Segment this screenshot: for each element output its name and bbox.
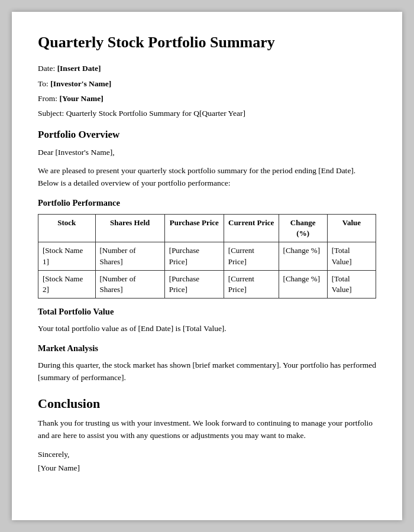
- market-analysis-body: During this quarter, the stock market ha…: [38, 359, 376, 384]
- table-row: [Stock Name 2][Number of Shares][Purchas…: [38, 270, 376, 298]
- col-value: Value: [327, 214, 376, 242]
- table-cell-1-3: [Current Price]: [224, 270, 279, 298]
- to-field: To: [Investor's Name]: [38, 77, 376, 90]
- sincerely-text: Sincerely,: [38, 448, 376, 462]
- total-portfolio-heading: Total Portfolio Value: [38, 307, 376, 317]
- market-analysis-heading: Market Analysis: [38, 343, 376, 353]
- table-cell-1-2: [Purchase Price]: [164, 270, 224, 298]
- portfolio-overview-heading: Portfolio Overview: [38, 129, 376, 141]
- greeting-text: Dear [Investor's Name],: [38, 147, 376, 159]
- main-title: Quarterly Stock Portfolio Summary: [38, 33, 376, 51]
- overview-body-text: We are pleased to present your quarterly…: [38, 165, 376, 190]
- document-page: Quarterly Stock Portfolio Summary Date: …: [12, 12, 402, 520]
- total-portfolio-body: Your total portfolio value as of [End Da…: [38, 323, 376, 335]
- col-current-price: Current Price: [224, 214, 279, 242]
- table-cell-0-3: [Current Price]: [224, 242, 279, 270]
- from-field: From: [Your Name]: [38, 92, 376, 105]
- col-stock: Stock: [38, 214, 96, 242]
- from-label: From:: [38, 94, 57, 103]
- table-cell-0-0: [Stock Name 1]: [38, 242, 96, 270]
- date-field: Date: [Insert Date]: [38, 62, 376, 75]
- date-label: Date:: [38, 64, 55, 73]
- table-cell-0-2: [Purchase Price]: [164, 242, 224, 270]
- to-label: To:: [38, 79, 48, 88]
- col-change: Change (%): [279, 214, 327, 242]
- table-cell-0-1: [Number of Shares]: [95, 242, 164, 270]
- conclusion-heading: Conclusion: [38, 396, 376, 411]
- table-cell-0-5: [Total Value]: [327, 242, 376, 270]
- table-row: [Stock Name 1][Number of Shares][Purchas…: [38, 242, 376, 270]
- table-header-row: Stock Shares Held Purchase Price Current…: [38, 214, 376, 242]
- to-value: [Investor's Name]: [50, 79, 111, 88]
- table-cell-1-0: [Stock Name 2]: [38, 270, 96, 298]
- closing-block: Sincerely, [Your Name]: [38, 448, 376, 475]
- from-value: [Your Name]: [59, 94, 103, 103]
- table-cell-1-1: [Number of Shares]: [95, 270, 164, 298]
- portfolio-table: Stock Shares Held Purchase Price Current…: [38, 214, 376, 299]
- subject-text: Quarterly Stock Portfolio Summary for Q[…: [66, 109, 245, 118]
- col-purchase-price: Purchase Price: [164, 214, 224, 242]
- table-cell-1-4: [Change %]: [279, 270, 327, 298]
- table-cell-0-4: [Change %]: [279, 242, 327, 270]
- closing-name: [Your Name]: [38, 462, 376, 475]
- date-value: [Insert Date]: [57, 64, 101, 73]
- subject-field: Subject: Quarterly Stock Portfolio Summa…: [38, 108, 376, 119]
- conclusion-body: Thank you for trusting us with your inve…: [38, 417, 376, 442]
- col-shares-held: Shares Held: [95, 214, 164, 242]
- portfolio-performance-heading: Portfolio Performance: [38, 198, 376, 208]
- subject-label: Subject:: [38, 109, 64, 118]
- table-cell-1-5: [Total Value]: [327, 270, 376, 298]
